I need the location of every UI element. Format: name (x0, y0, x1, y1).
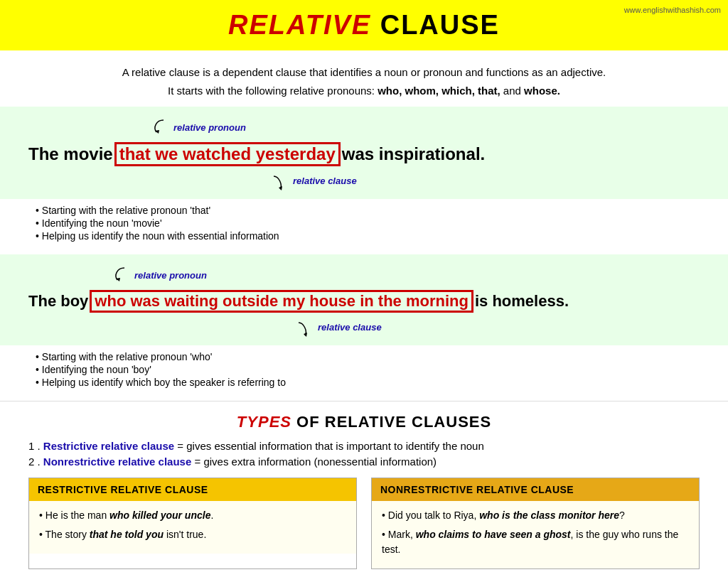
nonrestrictive-col-body: Did you talk to Riya, who is the class m… (372, 501, 699, 568)
example2-bullet2: Identifying the noun 'boy' (36, 364, 700, 375)
types-title-red: TYPES (237, 413, 291, 431)
example1-bullets: Starting with the relative pronoun 'that… (0, 199, 728, 254)
example1-bullet3: Helping us identify the noun with essent… (36, 230, 700, 242)
pronoun-arrow-icon1 (149, 117, 171, 138)
clause-arrow-icon1 (270, 171, 290, 190)
types-item2: 2 . Nonrestrictive relative clause = giv… (28, 456, 700, 468)
clause-arrow-icon2 (295, 317, 315, 337)
title-bar: RELATIVE CLAUSE (0, 0, 728, 50)
comparison-table: RESTRICTIVE RELATIVE CLAUSE He is the ma… (28, 478, 700, 569)
example1-pronoun-row: relative pronoun (0, 117, 728, 138)
example2-pronoun-row: relative pronoun (0, 264, 728, 286)
restrictive-item2: The story that he told you isn't true. (39, 527, 346, 542)
example1-clause-label: relative clause (293, 176, 357, 186)
restrictive-item2-bold: that he told you (90, 529, 164, 540)
restrictive-col: RESTRICTIVE RELATIVE CLAUSE He is the ma… (28, 478, 357, 569)
nonrestrictive-col: NONRESTRICTIVE RELATIVE CLAUSE Did you t… (371, 478, 700, 569)
types-item1: 1 . Restrictive relative clause = gives … (28, 440, 700, 452)
page-title: RELATIVE CLAUSE (7, 10, 721, 41)
title-black-word: CLAUSE (371, 10, 500, 40)
types-title-black: OF RELATIVE CLAUSES (291, 413, 491, 431)
intro-line2: It starts with the following relative pr… (28, 82, 700, 100)
restrictive-col-header: RESTRICTIVE RELATIVE CLAUSE (29, 478, 356, 501)
example1-start: The movie (28, 144, 113, 164)
intro-line1: A relative clause is a dependent clause … (28, 63, 700, 82)
restrictive-label: Restrictive relative clause (43, 440, 174, 452)
example2-pronoun-label: relative pronoun (134, 270, 207, 281)
example2-end: is homeless. (475, 292, 569, 311)
nonrestrictive-label: Nonrestrictive relative clause (43, 456, 191, 468)
nonrestrictive-item2-bold: who claims to have seen a ghost (416, 529, 571, 540)
watermark: www.englishwithashish.com (624, 6, 721, 14)
types-item1-desc: = gives essential information that is im… (174, 440, 484, 452)
title-red-word: RELATIVE (228, 10, 371, 40)
nonrestrictive-col-header: NONRESTRICTIVE RELATIVE CLAUSE (372, 478, 699, 501)
example2-sentence: The boy who was waiting outside my house… (0, 287, 728, 316)
example1-pronoun-label: relative pronoun (173, 122, 246, 133)
example2-block: relative pronoun The boy who was waiting… (0, 254, 728, 345)
example2-clause-row: relative clause (0, 317, 728, 337)
example1-clause-row: relative clause (0, 171, 728, 190)
restrictive-item1: He is the man who killed your uncle. (39, 508, 346, 523)
example2-clause-label: relative clause (318, 322, 382, 333)
pronoun-arrow-icon2 (110, 264, 132, 286)
nonrestrictive-item1: Did you talk to Riya, who is the class m… (382, 508, 689, 523)
restrictive-item1-bold: who killed your uncle (109, 510, 210, 521)
example1-bullet2: Identifying the noun 'movie' (36, 217, 700, 229)
example1-block: relative pronoun The movie that we watch… (0, 107, 728, 199)
nonrestrictive-item2: Mark, who claims to have seen a ghost, i… (382, 527, 689, 557)
intro-section: A relative clause is a dependent clause … (0, 50, 728, 107)
example2-bullet1: Starting with the relative pronoun 'who' (36, 351, 700, 362)
types-title: TYPES OF RELATIVE CLAUSES (28, 413, 700, 431)
example1-clause: that we watched yesterday (114, 142, 341, 166)
example2-bullets: Starting with the relative pronoun 'who'… (0, 345, 728, 401)
example1-end: was inspirational. (342, 144, 485, 164)
example2-bullet3: Helping us identify which boy the speake… (36, 377, 700, 388)
example1-bullet1: Starting with the relative pronoun 'that… (36, 205, 700, 216)
example2-start: The boy (28, 292, 88, 311)
types-list: 1 . Restrictive relative clause = gives … (28, 440, 700, 468)
example1-sentence: The movie that we watched yesterday was … (0, 139, 728, 169)
restrictive-col-body: He is the man who killed your uncle. The… (29, 501, 356, 554)
types-section: TYPES OF RELATIVE CLAUSES 1 . Restrictiv… (0, 401, 728, 575)
nonrestrictive-item1-bold: who is the class monitor here (479, 510, 619, 521)
types-item2-desc: = gives extra information (nonessential … (191, 456, 437, 468)
example2-clause: who was waiting outside my house in the … (90, 290, 473, 313)
